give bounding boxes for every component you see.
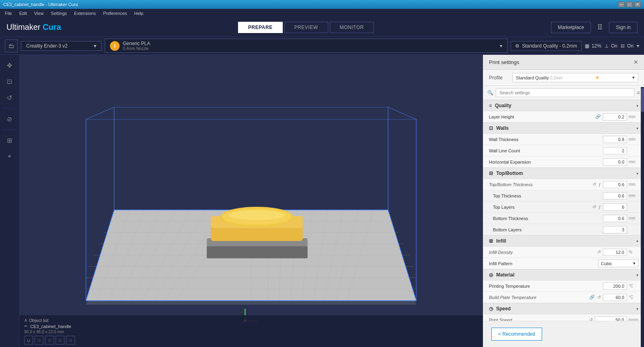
profile-selector[interactable]: Standard Quality 0.2mm ★ ▾ bbox=[512, 73, 638, 82]
settings-chevron[interactable]: ▾ bbox=[637, 43, 639, 49]
wall-thickness-input[interactable] bbox=[603, 136, 627, 143]
monitor-button[interactable]: MONITOR bbox=[330, 22, 374, 33]
menu-lines-icon[interactable]: ≡ bbox=[637, 89, 640, 96]
preview-button[interactable]: PREVIEW bbox=[284, 22, 328, 33]
infill-section-icon: ⊞ bbox=[489, 238, 493, 244]
infill-density-row: Infill Density ↺ % bbox=[483, 247, 644, 258]
apps-grid-button[interactable]: ⠿ bbox=[596, 21, 604, 33]
viewport-scene bbox=[19, 55, 483, 347]
right-panel-scrollbar[interactable] bbox=[641, 87, 644, 347]
infill-density-reset-icon[interactable]: ↺ bbox=[597, 249, 601, 255]
quality-section-header[interactable]: ≡ Quality ▾ bbox=[483, 100, 644, 111]
action-btn-3[interactable]: □ bbox=[45, 336, 54, 345]
scale-tool-button[interactable]: ⊡ bbox=[2, 74, 17, 89]
search-icon: 🔍 bbox=[487, 90, 493, 96]
menu-item-extensions[interactable]: Extensions bbox=[71, 10, 99, 17]
horiz-expansion-row: Horizontal Expansion mm bbox=[483, 156, 644, 168]
topbottom-section-header[interactable]: ⊟ Top/Bottom ▾ bbox=[483, 168, 644, 179]
quality-selector[interactable]: ⚙ Standard Quality - 0.2mm bbox=[511, 41, 582, 51]
infill-density-input[interactable] bbox=[603, 249, 627, 256]
material-section-header[interactable]: ◎ Material ▾ bbox=[483, 269, 644, 281]
menu-item-file[interactable]: File bbox=[2, 10, 15, 17]
window-controls: — □ ✕ bbox=[618, 2, 641, 7]
profile-star-icon: ★ bbox=[595, 75, 599, 80]
app-logo: Ultimaker Cura bbox=[6, 23, 61, 32]
menu-item-preferences[interactable]: Preferences bbox=[100, 10, 130, 17]
horiz-expansion-input[interactable] bbox=[603, 158, 627, 166]
build-temp-reset-icon[interactable]: ↺ bbox=[597, 294, 601, 300]
topbottom-func-icon[interactable]: ƒ bbox=[598, 182, 601, 187]
search-row: 🔍 ≡ bbox=[483, 86, 644, 100]
search-input[interactable] bbox=[496, 88, 634, 97]
infill-section-header[interactable]: ⊞ Infill ▾ bbox=[483, 235, 644, 247]
topbottom-reset-icon[interactable]: ↺ bbox=[592, 181, 596, 187]
material-info: Generic PLA 0.4mm Nozzle bbox=[123, 41, 150, 51]
viewport[interactable]: ∧ Object list ✏ CE3_cabinet_handle 90.0 … bbox=[19, 55, 483, 347]
close-button[interactable]: ✕ bbox=[634, 2, 641, 7]
top-layers-reset-icon[interactable]: ↺ bbox=[592, 204, 596, 210]
print-speed-input[interactable] bbox=[595, 316, 627, 321]
action-btn-2[interactable]: □ bbox=[35, 336, 43, 345]
minimize-button[interactable]: — bbox=[618, 2, 625, 7]
printer-selector[interactable]: Creality Ender-3 v2 ▾ bbox=[21, 41, 101, 51]
menu-item-help[interactable]: Help bbox=[131, 10, 147, 17]
toolbar-right: Marketplace ⠿ Sign in bbox=[551, 21, 638, 33]
build-temp-input[interactable] bbox=[603, 294, 627, 301]
object-name: CE3_cabinet_handle bbox=[30, 324, 71, 329]
move-tool-button[interactable]: ✥ bbox=[2, 58, 17, 73]
nav-buttons: PREPARE PREVIEW MONITOR bbox=[238, 22, 374, 33]
layer-height-row: Layer Height 🔗 mm bbox=[483, 111, 644, 123]
action-btn-1[interactable]: ⊔ bbox=[24, 336, 33, 345]
scrollbar-thumb[interactable] bbox=[641, 88, 644, 112]
object-list-toggle[interactable]: ∧ Object list bbox=[24, 318, 75, 323]
mirror-tool-button[interactable]: ⊘ bbox=[2, 112, 17, 126]
prepare-button[interactable]: PREPARE bbox=[238, 22, 283, 33]
rotate-tool-button[interactable]: ↺ bbox=[2, 90, 17, 105]
folder-button[interactable]: 🗀 bbox=[5, 39, 18, 52]
action-btn-5[interactable]: □ bbox=[66, 336, 75, 345]
adhesion-info: ⊟ On bbox=[621, 43, 634, 49]
marketplace-button[interactable]: Marketplace bbox=[551, 22, 591, 33]
wall-line-count-input[interactable] bbox=[603, 147, 627, 154]
bottom-layers-row: Bottom Layers bbox=[483, 224, 644, 235]
signin-button[interactable]: Sign in bbox=[609, 22, 638, 33]
topbottom-thickness-input[interactable] bbox=[603, 181, 627, 188]
layer-height-link-icon[interactable]: 🔗 bbox=[595, 114, 601, 120]
quality-icon: ≡ bbox=[489, 103, 492, 108]
print-temp-input[interactable] bbox=[603, 283, 627, 290]
print-speed-reset-icon[interactable]: ↺ bbox=[589, 317, 593, 321]
top-thickness-input[interactable] bbox=[603, 192, 627, 199]
menu-item-view[interactable]: View bbox=[31, 10, 47, 17]
material-section-icon: ◎ bbox=[489, 272, 493, 278]
bottom-thickness-input[interactable] bbox=[603, 215, 627, 222]
infill-pattern-dropdown[interactable]: Cubic ▾ bbox=[598, 260, 638, 267]
bottom-layers-input[interactable] bbox=[603, 226, 627, 233]
infill-pattern-row: Infill Pattern Cubic ▾ bbox=[483, 258, 644, 269]
print-speed-row: Print Speed ↺ mm/s bbox=[483, 314, 644, 321]
title-bar: CE3_cabinet_handle - Ultimaker Cura — □ … bbox=[0, 0, 644, 9]
top-layers-input[interactable] bbox=[603, 204, 627, 211]
topbottom-icon: ⊟ bbox=[489, 170, 493, 176]
settings-icon: ⚙ bbox=[515, 43, 520, 49]
menu-item-settings[interactable]: Settings bbox=[48, 10, 70, 17]
layer-height-unit: mm bbox=[629, 114, 638, 119]
menu-item-edit[interactable]: Edit bbox=[16, 10, 30, 17]
build-temp-link-icon[interactable]: 🔗 bbox=[589, 294, 595, 300]
device-bar-right: ⚙ Standard Quality - 0.2mm ▦ 12% ⊥ On ⊟ … bbox=[511, 41, 639, 51]
arrange-tool-button[interactable]: ⊞ bbox=[2, 133, 17, 148]
walls-section-header[interactable]: ⊡ Walls ▾ bbox=[483, 123, 644, 134]
material-selector[interactable]: 1 Generic PLA 0.4mm Nozzle ▾ bbox=[105, 39, 507, 53]
panel-bottom: < Recommended bbox=[483, 321, 644, 347]
support-tool-button[interactable]: ⌖ bbox=[2, 149, 17, 164]
action-btn-4[interactable]: □ bbox=[56, 336, 64, 345]
panel-close-button[interactable]: ✕ bbox=[634, 59, 638, 65]
object-dimensions: 90.0 x 46.0 x 13.0 mm bbox=[24, 330, 75, 334]
device-bar: 🗀 Creality Ender-3 v2 ▾ 1 Generic PLA 0.… bbox=[0, 37, 644, 55]
maximize-button[interactable]: □ bbox=[626, 2, 633, 7]
recommended-button[interactable]: < Recommended bbox=[491, 328, 542, 341]
layer-height-input[interactable] bbox=[603, 113, 627, 121]
wall-thickness-row: Wall Thickness mm bbox=[483, 134, 644, 145]
top-layers-func-icon[interactable]: ƒ bbox=[598, 204, 601, 210]
speed-section-header[interactable]: ◷ Speed ▾ bbox=[483, 303, 644, 314]
settings-scroll[interactable]: ≡ Quality ▾ Layer Height 🔗 mm ⊡ Walls bbox=[483, 100, 644, 321]
